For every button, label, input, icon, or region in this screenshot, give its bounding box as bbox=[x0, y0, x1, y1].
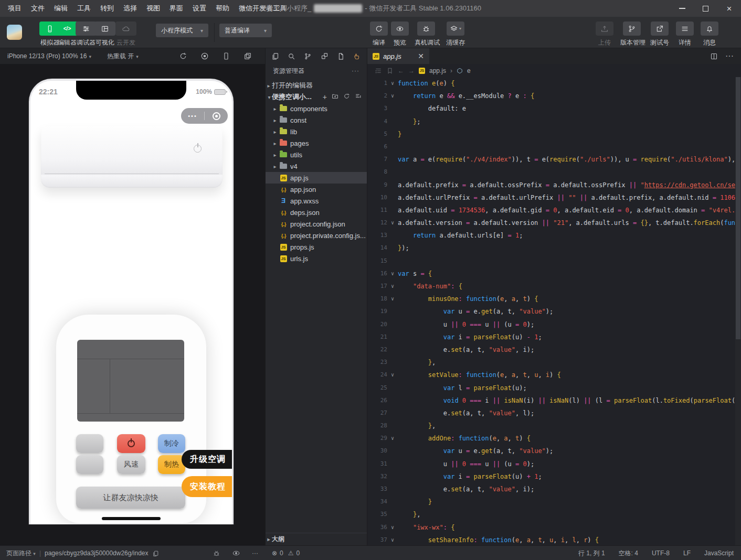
device-selector[interactable]: iPhone 12/13 (Pro) 100% 16▾ bbox=[0, 52, 91, 60]
code-line-15[interactable]: 15 bbox=[367, 255, 735, 267]
fold-icon[interactable]: ∨ bbox=[387, 90, 398, 102]
hand-tool-icon[interactable] bbox=[351, 52, 364, 60]
fold-icon[interactable]: ∨ bbox=[387, 534, 398, 545]
rotate-icon[interactable] bbox=[179, 52, 200, 60]
code-line-26[interactable]: 26 void 0 === i || isNaN(i) || isNaN(l) … bbox=[367, 394, 735, 407]
mode-button-云开发[interactable]: 云开发 bbox=[109, 21, 143, 47]
code-line-37[interactable]: 37∨ setShareInfo: function(e, a, t, u, i… bbox=[367, 534, 735, 545]
tree-item-pages[interactable]: ▸pages bbox=[266, 137, 367, 149]
code-line-29[interactable]: 29∨ addOne: function(e, a, t) { bbox=[367, 432, 735, 445]
tree-item-deps.json[interactable]: {..}deps.json bbox=[266, 207, 367, 218]
page-path-label[interactable]: 页面路径 ▾ bbox=[6, 549, 36, 558]
tab-app-js[interactable]: JS app.js ✕ bbox=[367, 48, 429, 64]
code-line-6[interactable]: 6 bbox=[367, 141, 735, 153]
code-line-16[interactable]: 16∨var s = { bbox=[367, 267, 735, 280]
menu-工具[interactable]: 工具 bbox=[72, 0, 96, 17]
tree-item-app.json[interactable]: {..}app.json bbox=[266, 184, 367, 195]
file-doc-icon[interactable] bbox=[335, 52, 347, 60]
fold-icon[interactable]: ∨ bbox=[387, 280, 398, 293]
code-line-13[interactable]: 13 return a.default.urls[e] = 1; bbox=[367, 229, 735, 242]
breadcrumb-symbol[interactable]: e bbox=[467, 67, 471, 74]
code-line-20[interactable]: 20 u || 0 === u || (u = 0); bbox=[367, 318, 735, 331]
action-预览[interactable]: 预览 bbox=[388, 21, 411, 47]
miniprogram-capsule[interactable]: ••• bbox=[181, 108, 228, 124]
more-menu-icon[interactable]: ••• bbox=[181, 113, 204, 119]
tree-item-project.private.config.js...[interactable]: {..}project.private.config.js... bbox=[266, 230, 367, 241]
floating-badge-升级空调[interactable]: 升级空调 bbox=[182, 450, 232, 469]
fold-icon[interactable]: ∨ bbox=[387, 217, 398, 229]
action-详情[interactable]: 详情 bbox=[673, 21, 696, 47]
remote-share-button[interactable]: 让群友凉快凉快 bbox=[76, 487, 185, 509]
code-line-10[interactable]: 10a.default.urlPrefix = a.default.urlPre… bbox=[367, 191, 735, 204]
tree-item-app.wxss[interactable]: Ǝapp.wxss bbox=[266, 195, 367, 207]
statusbar-debug-icon[interactable] bbox=[213, 550, 220, 557]
remote-blank-button-1[interactable] bbox=[76, 434, 103, 453]
menu-帮助[interactable]: 帮助 bbox=[211, 0, 234, 17]
action-测试号[interactable]: 测试号 bbox=[648, 21, 671, 47]
floating-badge-安装教程[interactable]: 安装教程 bbox=[182, 476, 232, 497]
tree-item-app.js[interactable]: JSapp.js bbox=[266, 172, 367, 184]
code-editor[interactable]: 1∨function e(e) {2∨ return e && e.__esMo… bbox=[367, 77, 735, 545]
hot-reload-toggle[interactable]: 热重载 开▾ bbox=[91, 52, 139, 61]
menu-界面[interactable]: 界面 bbox=[165, 0, 188, 17]
code-line-33[interactable]: 33 e.set(a, t, "value", i); bbox=[367, 483, 735, 496]
code-line-2[interactable]: 2∨ return e && e.__esModule ? e : { bbox=[367, 90, 735, 102]
tree-item-props.js[interactable]: JSprops.js bbox=[266, 241, 367, 253]
code-line-30[interactable]: 30 var u = e.get(a, t, "value"); bbox=[367, 445, 735, 457]
code-line-17[interactable]: 17∨ "data-num": { bbox=[367, 280, 735, 293]
bookmark-icon[interactable] bbox=[386, 67, 394, 74]
tree-item-v4[interactable]: ▸v4 bbox=[266, 160, 367, 172]
tree-item-components[interactable]: ▸components bbox=[266, 103, 367, 114]
extensions-icon[interactable] bbox=[318, 52, 331, 60]
device-frame-icon[interactable] bbox=[222, 52, 244, 60]
code-line-34[interactable]: 34 } bbox=[367, 496, 735, 508]
fold-icon[interactable]: ∨ bbox=[387, 432, 398, 445]
code-line-9[interactable]: 9a.default.prefix = a.default.ossPrefix … bbox=[367, 179, 735, 191]
code-line-8[interactable]: 8 bbox=[367, 166, 735, 178]
action-清缓存[interactable]: ▾清缓存 bbox=[444, 21, 467, 47]
menu-项目[interactable]: 项目 bbox=[3, 0, 26, 17]
files-icon[interactable] bbox=[269, 52, 281, 60]
code-line-35[interactable]: 35 }, bbox=[367, 508, 735, 521]
avatar[interactable] bbox=[7, 25, 22, 40]
close-capsule-icon[interactable] bbox=[205, 112, 228, 120]
fold-icon[interactable]: ∨ bbox=[387, 77, 398, 90]
tree-item-const[interactable]: ▸const bbox=[266, 114, 367, 126]
section-project-root[interactable]: ▾便携空调小...+ bbox=[266, 91, 367, 103]
outline-list-icon[interactable] bbox=[375, 67, 382, 74]
remote-power-button[interactable] bbox=[117, 434, 145, 453]
tree-item-lib[interactable]: ▸lib bbox=[266, 126, 367, 137]
nav-back-icon[interactable]: ← bbox=[398, 67, 404, 74]
code-line-1[interactable]: 1∨function e(e) { bbox=[367, 77, 735, 90]
maximize-button[interactable] bbox=[694, 0, 717, 17]
code-line-24[interactable]: 24∨ setValue: function(e, a, t, u, i) { bbox=[367, 369, 735, 381]
explorer-more-icon[interactable]: ··· bbox=[352, 67, 359, 74]
statusbar-language-mode[interactable]: JavaScript bbox=[704, 550, 734, 557]
editor-scrollbar[interactable] bbox=[735, 77, 741, 545]
problems-indicator[interactable]: ⊗ 0 ⚠ 0 bbox=[272, 546, 300, 560]
code-line-18[interactable]: 18∨ minusOne: function(e, a, t) { bbox=[367, 293, 735, 305]
minimize-button[interactable] bbox=[670, 0, 694, 17]
tab-close-icon[interactable]: ✕ bbox=[418, 52, 424, 60]
statusbar-preview-icon[interactable] bbox=[232, 549, 240, 557]
fold-icon[interactable]: ∨ bbox=[387, 521, 398, 534]
multi-window-icon[interactable] bbox=[244, 52, 265, 60]
code-line-19[interactable]: 19 var u = e.get(a, t, "value"); bbox=[367, 305, 735, 318]
section-open-editors[interactable]: ▸打开的编辑器 bbox=[266, 80, 367, 91]
action-版本管理[interactable]: 版本管理 bbox=[620, 21, 643, 47]
remote-cool-button[interactable]: 制冷 bbox=[158, 434, 185, 453]
fold-icon[interactable]: ∨ bbox=[387, 369, 398, 381]
compile-select[interactable]: 普通编译▾ bbox=[219, 24, 272, 37]
code-line-22[interactable]: 22 e.set(a, t, "value", i); bbox=[367, 343, 735, 356]
fold-icon[interactable]: ∨ bbox=[387, 267, 398, 280]
code-line-23[interactable]: 23 }, bbox=[367, 356, 735, 369]
new-folder-icon[interactable] bbox=[332, 93, 338, 101]
menu-编辑[interactable]: 编辑 bbox=[49, 0, 72, 17]
code-line-4[interactable]: 4 }; bbox=[367, 115, 735, 128]
code-line-12[interactable]: 12∨a.default.version = a.default.version… bbox=[367, 217, 735, 229]
stop-icon[interactable] bbox=[200, 52, 222, 60]
source-control-icon[interactable] bbox=[302, 52, 314, 60]
menu-设置[interactable]: 设置 bbox=[188, 0, 211, 17]
refresh-explorer-icon[interactable] bbox=[343, 93, 350, 101]
close-button[interactable]: × bbox=[717, 0, 741, 17]
